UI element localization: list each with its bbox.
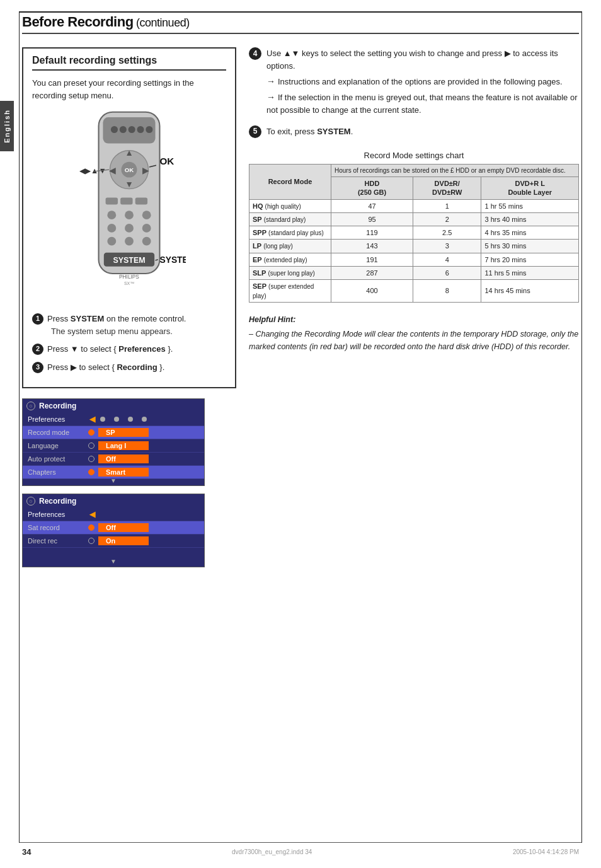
svg-point-6 — [146, 126, 152, 133]
svg-text:SYSTEM: SYSTEM — [159, 255, 186, 265]
instruction-4: 4 Use ▲▼ keys to select the setting you … — [249, 47, 579, 117]
remote-area: ▲ ▼ ◀ ▶ OK OK ◀▶▲▼ — [32, 110, 226, 303]
svg-point-24 — [107, 224, 116, 233]
step-3: 3 Press ▶ to select { Recording }. — [32, 361, 226, 374]
svg-text:OK: OK — [125, 166, 134, 173]
svg-text:▼: ▼ — [125, 179, 134, 189]
svg-point-25 — [125, 224, 134, 233]
page-title-bar: Before Recording (continued) — [22, 14, 579, 34]
instruction-5: 5 To exit, press SYSTEM. — [249, 125, 579, 138]
right-column: 4 Use ▲▼ keys to select the setting you … — [249, 47, 579, 836]
menu1-row-language: Language Lang I — [23, 439, 204, 453]
table-title: Record Mode settings chart — [249, 151, 579, 160]
english-tab: English — [0, 101, 14, 151]
section-title: Default recording settings — [32, 55, 226, 71]
hint-title: Helpful Hint: — [249, 314, 579, 326]
svg-text:SX™: SX™ — [124, 281, 134, 286]
svg-text:PHILIPS: PHILIPS — [119, 274, 139, 280]
record-mode-table: Record Mode Hours of recordings can be s… — [249, 164, 579, 303]
svg-point-28 — [125, 237, 134, 246]
svg-point-27 — [107, 237, 116, 246]
footer-file: dvdr7300h_eu_eng2.indd 34 — [232, 848, 312, 855]
menu-screenshot-2: ○ Recording Preferences ◀ Sat record Off… — [22, 494, 205, 567]
step-2: 2 Press ▼ to select { Preferences }. — [32, 343, 226, 356]
section-box: Default recording settings You can prese… — [22, 47, 236, 388]
svg-text:◀: ◀ — [109, 165, 116, 175]
table-header-hdd: HDD(250 GB) — [331, 176, 413, 199]
section-desc: You can preset your recording settings i… — [32, 77, 226, 101]
table-row: SEP (super extended play) 400 8 14 hrs 4… — [249, 280, 579, 303]
svg-point-23 — [142, 211, 151, 219]
table-row: SPP (standard play plus) 119 2.5 4 hrs 3… — [249, 226, 579, 240]
svg-point-22 — [125, 211, 134, 219]
svg-point-5 — [137, 126, 144, 133]
table-header-dvd: DVD±R/DVD±RW — [413, 176, 481, 199]
table-header-dvdl: DVD+R LDouble Layer — [481, 176, 579, 199]
svg-text:▶: ▶ — [142, 165, 149, 175]
hint-section: Helpful Hint: – Changing the Recording M… — [249, 314, 579, 353]
menu1-title: Recording — [39, 402, 76, 410]
menu1-icon: ○ — [26, 402, 35, 410]
left-column: Default recording settings You can prese… — [22, 47, 236, 836]
svg-text:▲: ▲ — [125, 148, 134, 158]
step-1: 1 Press SYSTEM on the remote control. Th… — [32, 313, 226, 338]
table-header-span: Hours of recordings can be stored on the… — [331, 164, 579, 176]
svg-point-26 — [142, 224, 151, 233]
hint-text: – Changing the Recording Mode will clear… — [249, 328, 579, 353]
svg-point-29 — [142, 237, 151, 246]
table-row: EP (extended play) 191 4 7 hrs 20 mins — [249, 253, 579, 266]
table-row: SP (standard play) 95 2 3 hrs 40 mins — [249, 212, 579, 226]
menu2-footer: ▼ — [23, 548, 204, 567]
main-content: Default recording settings You can prese… — [22, 47, 579, 836]
remote-control-svg: ▲ ▼ ◀ ▶ OK OK ◀▶▲▼ — [72, 110, 186, 303]
menu1-row-autoprotect: Auto protect Off — [23, 453, 204, 466]
svg-text:SYSTEM: SYSTEM — [113, 256, 145, 265]
page-border-left — [19, 11, 20, 843]
page-border-top — [19, 11, 582, 13]
svg-point-4 — [129, 126, 135, 133]
table-row: LP (long play) 143 3 5 hrs 30 mins — [249, 240, 579, 253]
menu2-title: Recording — [39, 497, 76, 506]
svg-rect-19 — [120, 197, 132, 204]
record-mode-table-section: Record Mode settings chart Record Mode H… — [249, 151, 579, 303]
svg-rect-18 — [106, 197, 118, 204]
table-row: HQ (high quality) 47 1 1 hr 55 mins — [249, 199, 579, 212]
page-number: 34 — [22, 847, 31, 857]
svg-point-2 — [111, 126, 118, 133]
menu2-icon: ○ — [26, 497, 35, 506]
menu2-row-satrecord: Sat record Off — [23, 521, 204, 535]
table-header-mode: Record Mode — [249, 164, 331, 199]
page-footer: 34 dvdr7300h_eu_eng2.indd 34 2005-10-04 … — [22, 847, 579, 857]
menu1-footer: ▼ — [23, 479, 204, 485]
menu1-row-preferences: Preferences ◀ — [23, 413, 204, 426]
footer-date: 2005-10-04 4:14:28 PM — [513, 848, 579, 855]
page-title: Before Recording (continued) — [22, 14, 579, 30]
svg-point-3 — [120, 126, 127, 133]
table-row: SLP (super long play) 287 6 11 hrs 5 min… — [249, 267, 579, 280]
menu-screenshot-1: ○ Recording Preferences ◀ Record mode SP — [22, 398, 205, 486]
menu2-row-preferences: Preferences ◀ — [23, 508, 204, 521]
svg-rect-20 — [135, 197, 147, 204]
page-border-right — [581, 11, 582, 843]
steps-list: 1 Press SYSTEM on the remote control. Th… — [32, 313, 226, 374]
svg-point-21 — [107, 211, 116, 219]
svg-text:OK: OK — [159, 156, 174, 166]
menu2-row-directrec: Direct rec On — [23, 535, 204, 548]
menu1-row-recordmode: Record mode SP — [23, 426, 204, 439]
page-border-bottom — [19, 842, 582, 843]
